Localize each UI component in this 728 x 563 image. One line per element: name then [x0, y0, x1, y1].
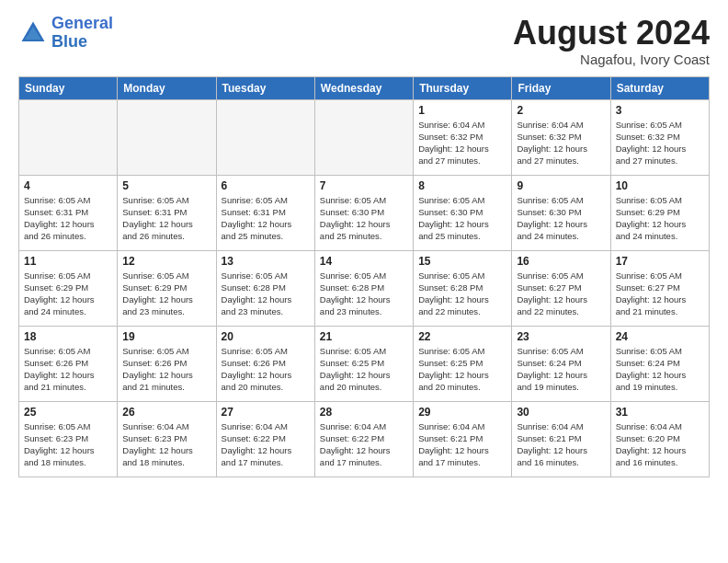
weekday-header-thursday: Thursday	[414, 76, 512, 99]
day-info: Sunrise: 6:04 AM Sunset: 6:32 PM Dayligh…	[517, 119, 605, 167]
calendar-cell: 30Sunrise: 6:04 AM Sunset: 6:21 PM Dayli…	[512, 401, 610, 477]
day-number: 30	[517, 406, 605, 419]
day-number: 12	[122, 255, 210, 268]
calendar-cell: 29Sunrise: 6:04 AM Sunset: 6:21 PM Dayli…	[414, 401, 512, 477]
header: General Blue August 2024 Nagafou, Ivory …	[18, 15, 710, 67]
calendar-cell	[314, 99, 413, 175]
day-number: 21	[320, 330, 408, 343]
calendar-cell: 16Sunrise: 6:05 AM Sunset: 6:27 PM Dayli…	[512, 250, 610, 326]
day-info: Sunrise: 6:05 AM Sunset: 6:32 PM Dayligh…	[616, 119, 704, 167]
day-number: 5	[122, 179, 210, 192]
weekday-header-monday: Monday	[118, 76, 216, 99]
day-info: Sunrise: 6:04 AM Sunset: 6:23 PM Dayligh…	[122, 420, 210, 469]
calendar-cell: 9Sunrise: 6:05 AM Sunset: 6:30 PM Daylig…	[512, 175, 610, 250]
calendar-week-5: 25Sunrise: 6:05 AM Sunset: 6:23 PM Dayli…	[19, 401, 710, 477]
day-info: Sunrise: 6:05 AM Sunset: 6:28 PM Dayligh…	[222, 270, 310, 318]
calendar-cell: 5Sunrise: 6:05 AM Sunset: 6:31 PM Daylig…	[118, 175, 216, 250]
day-info: Sunrise: 6:05 AM Sunset: 6:24 PM Dayligh…	[616, 345, 704, 394]
month-title: August 2024	[513, 15, 710, 52]
day-info: Sunrise: 6:05 AM Sunset: 6:25 PM Dayligh…	[418, 345, 506, 394]
day-number: 7	[320, 179, 408, 192]
weekday-header-wednesday: Wednesday	[314, 76, 413, 99]
logo-blue: Blue	[51, 32, 87, 51]
calendar-cell: 26Sunrise: 6:04 AM Sunset: 6:23 PM Dayli…	[118, 401, 216, 477]
day-info: Sunrise: 6:04 AM Sunset: 6:21 PM Dayligh…	[517, 420, 605, 469]
weekday-header-tuesday: Tuesday	[216, 76, 314, 99]
logo: General Blue	[18, 15, 113, 52]
day-info: Sunrise: 6:04 AM Sunset: 6:21 PM Dayligh…	[418, 420, 506, 469]
day-info: Sunrise: 6:04 AM Sunset: 6:22 PM Dayligh…	[320, 420, 408, 469]
day-number: 27	[222, 406, 310, 419]
day-number: 16	[517, 255, 605, 268]
day-info: Sunrise: 6:05 AM Sunset: 6:29 PM Dayligh…	[616, 194, 704, 243]
day-info: Sunrise: 6:05 AM Sunset: 6:26 PM Dayligh…	[24, 345, 112, 394]
day-number: 8	[418, 179, 506, 192]
day-info: Sunrise: 6:05 AM Sunset: 6:31 PM Dayligh…	[122, 194, 210, 243]
calendar-cell: 22Sunrise: 6:05 AM Sunset: 6:25 PM Dayli…	[414, 326, 512, 401]
day-number: 6	[222, 179, 310, 192]
day-info: Sunrise: 6:05 AM Sunset: 6:28 PM Dayligh…	[418, 270, 506, 318]
calendar-cell	[216, 99, 314, 175]
day-number: 26	[122, 406, 210, 419]
location: Nagafou, Ivory Coast	[513, 52, 710, 67]
day-info: Sunrise: 6:05 AM Sunset: 6:30 PM Dayligh…	[320, 194, 408, 243]
day-info: Sunrise: 6:05 AM Sunset: 6:31 PM Dayligh…	[222, 194, 310, 243]
day-info: Sunrise: 6:05 AM Sunset: 6:27 PM Dayligh…	[517, 270, 605, 318]
calendar-cell: 18Sunrise: 6:05 AM Sunset: 6:26 PM Dayli…	[19, 326, 118, 401]
calendar-cell: 1Sunrise: 6:04 AM Sunset: 6:32 PM Daylig…	[414, 99, 512, 175]
day-info: Sunrise: 6:05 AM Sunset: 6:25 PM Dayligh…	[320, 345, 408, 394]
day-number: 4	[24, 179, 112, 192]
day-info: Sunrise: 6:05 AM Sunset: 6:29 PM Dayligh…	[24, 270, 112, 318]
calendar-cell: 4Sunrise: 6:05 AM Sunset: 6:31 PM Daylig…	[19, 175, 118, 250]
day-number: 17	[616, 255, 704, 268]
calendar-cell: 6Sunrise: 6:05 AM Sunset: 6:31 PM Daylig…	[216, 175, 314, 250]
day-info: Sunrise: 6:05 AM Sunset: 6:28 PM Dayligh…	[320, 270, 408, 318]
weekday-header-sunday: Sunday	[19, 76, 118, 99]
calendar-week-1: 1Sunrise: 6:04 AM Sunset: 6:32 PM Daylig…	[19, 99, 710, 175]
day-info: Sunrise: 6:05 AM Sunset: 6:30 PM Dayligh…	[418, 194, 506, 243]
calendar-cell: 8Sunrise: 6:05 AM Sunset: 6:30 PM Daylig…	[414, 175, 512, 250]
day-number: 22	[418, 330, 506, 343]
calendar-cell: 20Sunrise: 6:05 AM Sunset: 6:26 PM Dayli…	[216, 326, 314, 401]
day-number: 29	[418, 406, 506, 419]
day-info: Sunrise: 6:04 AM Sunset: 6:20 PM Dayligh…	[616, 420, 704, 469]
title-block: August 2024 Nagafou, Ivory Coast	[513, 15, 710, 67]
logo-text: General Blue	[51, 15, 113, 52]
weekday-header-friday: Friday	[512, 76, 610, 99]
day-number: 19	[122, 330, 210, 343]
day-info: Sunrise: 6:05 AM Sunset: 6:29 PM Dayligh…	[122, 270, 210, 318]
calendar-week-3: 11Sunrise: 6:05 AM Sunset: 6:29 PM Dayli…	[19, 250, 710, 326]
day-number: 25	[24, 406, 112, 419]
weekday-header-saturday: Saturday	[610, 76, 709, 99]
calendar-cell: 23Sunrise: 6:05 AM Sunset: 6:24 PM Dayli…	[512, 326, 610, 401]
day-info: Sunrise: 6:05 AM Sunset: 6:23 PM Dayligh…	[24, 420, 112, 469]
day-number: 28	[320, 406, 408, 419]
day-number: 15	[418, 255, 506, 268]
day-number: 20	[222, 330, 310, 343]
calendar: SundayMondayTuesdayWednesdayThursdayFrid…	[18, 76, 710, 477]
calendar-cell: 15Sunrise: 6:05 AM Sunset: 6:28 PM Dayli…	[414, 250, 512, 326]
calendar-cell: 7Sunrise: 6:05 AM Sunset: 6:30 PM Daylig…	[314, 175, 413, 250]
day-number: 1	[418, 104, 506, 117]
calendar-cell: 10Sunrise: 6:05 AM Sunset: 6:29 PM Dayli…	[610, 175, 709, 250]
day-info: Sunrise: 6:05 AM Sunset: 6:31 PM Dayligh…	[24, 194, 112, 243]
day-info: Sunrise: 6:04 AM Sunset: 6:22 PM Dayligh…	[222, 420, 310, 469]
calendar-cell: 11Sunrise: 6:05 AM Sunset: 6:29 PM Dayli…	[19, 250, 118, 326]
calendar-cell: 14Sunrise: 6:05 AM Sunset: 6:28 PM Dayli…	[314, 250, 413, 326]
calendar-cell	[118, 99, 216, 175]
day-info: Sunrise: 6:05 AM Sunset: 6:24 PM Dayligh…	[517, 345, 605, 394]
day-number: 13	[222, 255, 310, 268]
calendar-cell: 17Sunrise: 6:05 AM Sunset: 6:27 PM Dayli…	[610, 250, 709, 326]
calendar-week-4: 18Sunrise: 6:05 AM Sunset: 6:26 PM Dayli…	[19, 326, 710, 401]
calendar-week-2: 4Sunrise: 6:05 AM Sunset: 6:31 PM Daylig…	[19, 175, 710, 250]
day-number: 10	[616, 179, 704, 192]
day-number: 3	[616, 104, 704, 117]
day-info: Sunrise: 6:04 AM Sunset: 6:32 PM Dayligh…	[418, 119, 506, 167]
calendar-cell: 3Sunrise: 6:05 AM Sunset: 6:32 PM Daylig…	[610, 99, 709, 175]
day-info: Sunrise: 6:05 AM Sunset: 6:26 PM Dayligh…	[222, 345, 310, 394]
day-info: Sunrise: 6:05 AM Sunset: 6:30 PM Dayligh…	[517, 194, 605, 243]
logo-general: General	[51, 14, 113, 32]
day-number: 18	[24, 330, 112, 343]
day-number: 31	[616, 406, 704, 419]
calendar-cell: 2Sunrise: 6:04 AM Sunset: 6:32 PM Daylig…	[512, 99, 610, 175]
